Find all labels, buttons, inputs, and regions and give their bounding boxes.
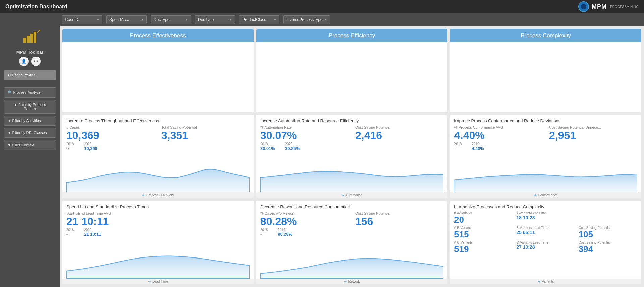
filter-spendarea[interactable]: SpendArea bbox=[106, 15, 147, 24]
sidebar-logo: ↗ bbox=[23, 30, 36, 44]
filter-caseid[interactable]: CaseID bbox=[62, 15, 102, 24]
complexity-card1-footer-text: Conformance bbox=[538, 193, 558, 197]
sidebar-icon-menu[interactable]: ••• bbox=[31, 57, 41, 66]
metric-conformance: % Process Conformance AVG 4.40% bbox=[454, 125, 542, 141]
metric-rework-cost-label: Cost Saving Potential bbox=[355, 211, 443, 215]
auto-year-2019: 2019 30.01% bbox=[260, 142, 275, 151]
effectiveness-card1-footer: ➜ Process Discovery bbox=[62, 192, 254, 198]
filter-ppi-button[interactable]: ▼ Filter by PPI-Classes bbox=[4, 128, 56, 138]
c-variants-value: 519 bbox=[454, 244, 513, 254]
effectiveness-card2-footer-text: Lead Time bbox=[152, 280, 168, 283]
auto-year-2020-val: 30.85% bbox=[285, 146, 300, 151]
logo-text: MPM bbox=[592, 3, 607, 10]
effectiveness-column: Process Effectiveness Increase Process T… bbox=[62, 29, 254, 284]
effectiveness-card1-years: 2018 0 2019 10,369 bbox=[66, 142, 250, 151]
configure-app-button[interactable]: ⚙ Configure App bbox=[4, 70, 56, 80]
efficiency-card1-body: Increase Automation Rate and Resource Ef… bbox=[256, 115, 447, 198]
efficiency-card1-chart bbox=[260, 152, 443, 193]
complexity-card2-subtitle: Harmonize Processes and Reduce Complexit… bbox=[454, 204, 637, 209]
c-cost-cell: Cost Saving Potential 394 bbox=[579, 241, 637, 254]
efficiency-title: Process Efficiency bbox=[256, 29, 447, 42]
complexity-card1: Improve Process Conformance and Reduce D… bbox=[450, 115, 641, 198]
complexity-card1-subtitle: Improve Process Conformance and Reduce D… bbox=[454, 118, 637, 123]
filter-doctype-2[interactable]: DocType bbox=[195, 15, 235, 24]
filter-productclass[interactable]: ProductClass bbox=[239, 15, 279, 24]
rework-year-2019-val: 80.28% bbox=[278, 232, 292, 237]
year-2019-label: 2019 bbox=[84, 142, 97, 146]
a-variants-cell: # A-Variants 20 bbox=[454, 211, 513, 225]
auto-year-2019-val: 30.01% bbox=[260, 146, 275, 151]
effectiveness-card2-subtitle: Speed Up and Standardize Process Times bbox=[66, 204, 250, 209]
filter-invoiceprocesstype[interactable]: InvoiceProcessType bbox=[283, 15, 330, 24]
c-leadtime-cell: C-Variants Lead Time 27 13:28 bbox=[516, 241, 575, 254]
metric-cases-value: 10,369 bbox=[66, 130, 155, 141]
b-variants-value: 515 bbox=[454, 230, 513, 239]
filter-context-button[interactable]: ▼ Filter Context bbox=[4, 140, 56, 150]
metric-automation-label: % Automation Rate bbox=[260, 125, 348, 129]
effectiveness-title: Process Effectiveness bbox=[62, 29, 254, 42]
complexity-card1-chart bbox=[454, 152, 637, 193]
a-variants-value: 20 bbox=[454, 215, 513, 225]
filter-process-pattern-button[interactable]: ▼ Filter by Process Pattern bbox=[4, 100, 56, 114]
conf-year-2019-label: 2019 bbox=[472, 142, 484, 146]
metric-cost-value: 2,416 bbox=[355, 130, 443, 141]
filter-doctype-1[interactable]: DocType bbox=[151, 15, 191, 24]
c-leadtime-value: 27 13:28 bbox=[516, 244, 575, 250]
metric-conformance-label: % Process Conformance AVG bbox=[454, 125, 542, 129]
sidebar-action-icons: 👤 ••• bbox=[19, 57, 41, 66]
complexity-card2-footer: ➜ Variants bbox=[450, 279, 641, 284]
c-leadtime-label: C-Variants Lead Time bbox=[516, 241, 575, 244]
metric-saving-label: Total Saving Potential bbox=[161, 125, 250, 129]
effectiveness-card1-metrics: # Cases 10,369 Total Saving Potential 3,… bbox=[66, 125, 250, 141]
effectiveness-card1-chart bbox=[66, 152, 250, 193]
year-2018-val: 0 bbox=[66, 146, 74, 151]
conf-year-2019-val: 4.40% bbox=[472, 146, 484, 151]
auto-year-2019-label: 2019 bbox=[260, 142, 275, 146]
auto-year-2020: 2020 30.85% bbox=[285, 142, 300, 151]
metric-conformance-value: 4.40% bbox=[454, 130, 542, 141]
metric-rework-label: % Cases w/o Rework bbox=[260, 211, 348, 215]
sidebar-icon-user[interactable]: 👤 bbox=[19, 57, 29, 66]
effectiveness-card2-footer: ➜ Lead Time bbox=[62, 279, 254, 284]
b-variants-cell: # B-Variants 515 bbox=[454, 226, 513, 239]
complexity-card1-metrics: % Process Conformance AVG 4.40% Cost Sav… bbox=[454, 125, 637, 141]
process-analyzer-button[interactable]: 🔍 Process Analyzer bbox=[4, 87, 56, 98]
efficiency-card1-footer: ➜ Automation bbox=[256, 192, 447, 198]
sidebar-brand: MPM Toolbar bbox=[16, 50, 44, 55]
b-leadtime-label: B-Variants Lead Time bbox=[516, 226, 575, 230]
lt-year-2018-label: 2018 bbox=[66, 228, 74, 232]
rework-year-2018-val: - bbox=[260, 232, 268, 237]
metric-rework-cost-value: 156 bbox=[355, 216, 443, 227]
complexity-card1-years: 2018 - 2019 4.40% bbox=[454, 142, 637, 151]
lt-year-2019-val: 21 10:11 bbox=[84, 232, 101, 237]
filter-bar: CaseID SpendArea DocType DocType Product… bbox=[0, 13, 644, 26]
year-2018-label: 2018 bbox=[66, 142, 74, 146]
effectiveness-card2-metrics: StartToEnd Lead Time AVG 21 10:11 bbox=[66, 211, 250, 227]
complexity-card1-footer: ➜ Conformance bbox=[450, 192, 641, 198]
filter-activities-button[interactable]: ▼ Filter by Activities bbox=[4, 116, 56, 126]
logo-inner bbox=[581, 4, 586, 9]
efficiency-column: Process Efficiency Increase Automation R… bbox=[256, 29, 447, 284]
variants-arrow-icon: ➜ bbox=[538, 280, 540, 283]
c-variants-cell: # C-Variants 519 bbox=[454, 241, 513, 254]
efficiency-card1: Increase Automation Rate and Resource Ef… bbox=[256, 115, 447, 198]
metric-automation-rate: % Automation Rate 30.07% bbox=[260, 125, 348, 141]
variants-grid: # A-Variants 20 A-Variant-LeadTime 18 10… bbox=[454, 211, 637, 254]
bar-chart-icon bbox=[23, 30, 36, 43]
efficiency-card2-years: 2018 - 2019 80.28% bbox=[260, 228, 443, 237]
metric-leadtime: StartToEnd Lead Time AVG 21 10:11 bbox=[66, 211, 250, 227]
b-cost-cell: Cost Saving Potential 105 bbox=[579, 226, 637, 239]
lt-year-2018: 2018 - bbox=[66, 228, 74, 237]
effectiveness-card1-footer-text: Process Discovery bbox=[146, 193, 174, 197]
sidebar: ↗ MPM Toolbar 👤 ••• ⚙ Configure App 🔍 Pr… bbox=[0, 26, 60, 287]
metric-leadtime-label: StartToEnd Lead Time AVG bbox=[66, 211, 250, 215]
metric-cases-label: # Cases bbox=[66, 125, 155, 129]
efficiency-card1-years: 2019 30.01% 2020 30.85% bbox=[260, 142, 443, 151]
efficiency-card1-metrics: % Automation Rate 30.07% Cost Saving Pot… bbox=[260, 125, 443, 141]
metric-saving-value: 3,351 bbox=[161, 130, 250, 141]
metric-conformance-cost: Cost Saving Potential Unnece... 2,951 bbox=[549, 125, 637, 141]
conformance-arrow-icon: ➜ bbox=[534, 193, 536, 197]
rework-arrow-icon: ➜ bbox=[344, 280, 347, 283]
efficiency-header-panel: Process Efficiency bbox=[256, 29, 447, 112]
effectiveness-card2-years: 2018 - 2019 21 10:11 bbox=[66, 228, 250, 237]
